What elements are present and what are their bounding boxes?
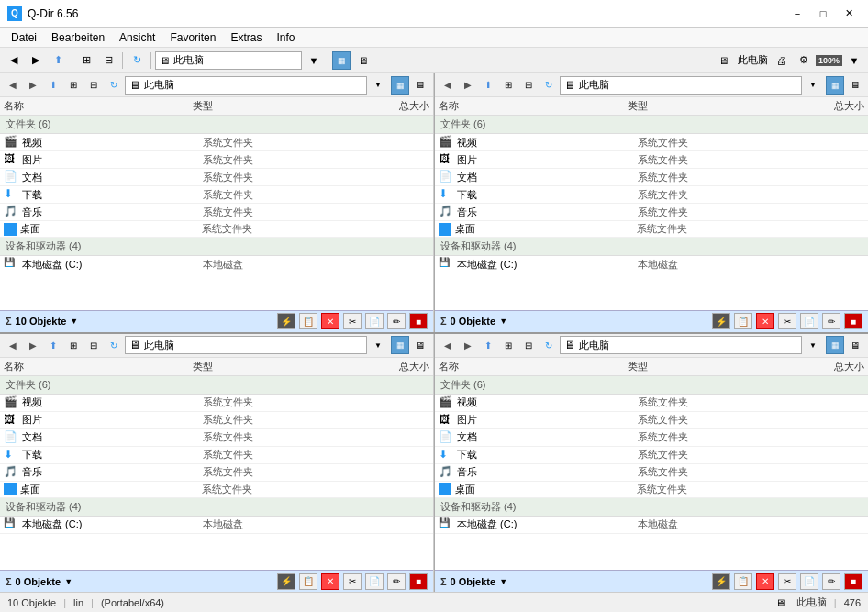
tb-computer[interactable]: 🖥: [714, 50, 734, 71]
pane-tr-copy[interactable]: 📋: [734, 313, 752, 329]
pane-br-path[interactable]: 🖥此电脑: [560, 336, 802, 354]
pane-tr-fwd[interactable]: ▶: [459, 76, 477, 95]
pane-br-refresh[interactable]: ↻: [540, 336, 558, 354]
list-item[interactable]: ⬇下载系统文件夹: [0, 186, 433, 204]
tb-more[interactable]: ▼: [844, 50, 864, 71]
pane-tl-view[interactable]: ▦: [391, 76, 409, 95]
pane-br-view[interactable]: ▦: [826, 336, 844, 354]
pane-tl-delete[interactable]: ✕: [321, 313, 339, 329]
tb-dropdown[interactable]: ▼: [304, 50, 324, 71]
close-button[interactable]: ✕: [837, 4, 861, 24]
pane-tl-back[interactable]: ◀: [4, 76, 22, 95]
tb-up[interactable]: ⬆: [48, 50, 68, 71]
pane-bl-file-list[interactable]: 名称 类型 总大小 文件夹 (6) 🎬视频系统文件夹 🖼图片系统文件夹 📄文档系…: [0, 358, 433, 571]
pane-bl-view[interactable]: ▦: [391, 336, 409, 354]
view-mode-btn[interactable]: ▦: [332, 51, 351, 70]
tb-layout2[interactable]: ⊟: [98, 50, 118, 71]
pane-bl-copy[interactable]: 📋: [299, 573, 317, 590]
pane-tr-path-drop[interactable]: ▼: [804, 76, 822, 95]
pane-br-status-drop[interactable]: ▼: [499, 577, 507, 586]
list-item[interactable]: ⬇下载系统文件夹: [435, 186, 868, 204]
pane-tr-status-drop[interactable]: ▼: [499, 317, 507, 326]
pane-bl-path[interactable]: 🖥此电脑: [125, 336, 367, 354]
pane-bl-layout2[interactable]: ⊟: [84, 336, 103, 354]
pane-br-back[interactable]: ◀: [439, 336, 457, 354]
list-item[interactable]: 桌面系统文件夹: [0, 221, 433, 238]
list-item[interactable]: 🖼图片系统文件夹: [0, 151, 433, 169]
menu-bearbeiten[interactable]: Bearbeiten: [44, 29, 112, 46]
pane-tr-path[interactable]: 🖥此电脑: [560, 76, 802, 95]
maximize-button[interactable]: □: [811, 4, 835, 24]
pane-tl-monitor[interactable]: 🖥: [411, 76, 429, 95]
pane-tl-cut[interactable]: ✂: [343, 313, 362, 329]
pane-br-copy[interactable]: 📋: [734, 573, 752, 590]
menu-favoriten[interactable]: Favoriten: [162, 29, 223, 46]
pane-tl-path[interactable]: 🖥此电脑: [125, 76, 367, 95]
tb-back[interactable]: ◀: [4, 50, 24, 71]
list-item[interactable]: 🎵音乐系统文件夹: [0, 204, 433, 221]
pane-tr-delete[interactable]: ✕: [756, 313, 774, 329]
list-item[interactable]: 📄文档系统文件夹: [0, 429, 433, 447]
list-item[interactable]: 🖼图片系统文件夹: [0, 412, 433, 429]
pane-tl-redact[interactable]: ■: [409, 313, 428, 329]
menu-datei[interactable]: Datei: [4, 29, 44, 46]
pane-tr-view[interactable]: ▦: [826, 76, 844, 95]
pane-br-up[interactable]: ⬆: [479, 336, 497, 354]
pane-bl-status-drop[interactable]: ▼: [64, 577, 72, 586]
list-item[interactable]: 💾本地磁盘 (C:)本地磁盘: [435, 256, 868, 273]
pane-tr-cut[interactable]: ✂: [778, 313, 796, 329]
pane-tl-rename[interactable]: ✏: [387, 313, 406, 329]
pane-bl-cut[interactable]: ✂: [343, 573, 362, 590]
list-item[interactable]: 桌面系统文件夹: [435, 482, 868, 498]
list-item[interactable]: 🎬视频系统文件夹: [0, 395, 433, 412]
list-item[interactable]: 🖼图片系统文件夹: [435, 412, 868, 429]
minimize-button[interactable]: −: [785, 4, 809, 24]
pane-bl-back[interactable]: ◀: [4, 336, 22, 354]
pane-tr-up[interactable]: ⬆: [479, 76, 497, 95]
pane-br-delete[interactable]: ✕: [756, 573, 774, 590]
pane-bl-monitor[interactable]: 🖥: [411, 336, 429, 354]
pane-tl-up[interactable]: ⬆: [44, 76, 62, 95]
menu-ansicht[interactable]: Ansicht: [112, 29, 162, 46]
pane-tl-copy[interactable]: 📋: [299, 313, 317, 329]
pane-tr-file-list[interactable]: 名称 类型 总大小 文件夹 (6) 🎬视频系统文件夹 🖼图片系统文件夹 📄文档系…: [435, 97, 868, 310]
list-item[interactable]: 🎵音乐系统文件夹: [435, 464, 868, 482]
list-item[interactable]: 🎬视频系统文件夹: [435, 134, 868, 151]
tb-refresh[interactable]: ↻: [127, 50, 147, 71]
tb-layout[interactable]: ⊞: [76, 50, 96, 71]
pane-br-path-drop[interactable]: ▼: [804, 336, 822, 354]
global-path-bar[interactable]: 🖥此电脑: [155, 51, 302, 70]
list-item[interactable]: 💾本地磁盘 (C:)本地磁盘: [0, 517, 433, 534]
pane-br-monitor[interactable]: 🖥: [846, 336, 864, 354]
list-item[interactable]: 💾本地磁盘 (C:)本地磁盘: [435, 517, 868, 534]
pane-tl-paste[interactable]: 📄: [365, 313, 384, 329]
list-item[interactable]: 桌面系统文件夹: [435, 221, 868, 238]
list-item[interactable]: 💾本地磁盘 (C:)本地磁盘: [0, 256, 433, 273]
pane-tr-rename[interactable]: ✏: [822, 313, 840, 329]
pane-tr-refresh[interactable]: ↻: [540, 76, 558, 95]
list-item[interactable]: ⬇下载系统文件夹: [0, 447, 433, 464]
pane-bl-up[interactable]: ⬆: [44, 336, 62, 354]
pane-bl-redact[interactable]: ■: [409, 573, 428, 590]
list-item[interactable]: 🎵音乐系统文件夹: [435, 204, 868, 221]
list-item[interactable]: 📄文档系统文件夹: [0, 169, 433, 186]
pane-bl-layout[interactable]: ⊞: [64, 336, 83, 354]
pane-bl-fwd[interactable]: ▶: [24, 336, 42, 354]
pane-tl-layout[interactable]: ⊞: [64, 76, 83, 95]
list-item[interactable]: ⬇下载系统文件夹: [435, 447, 868, 464]
pane-tr-layout[interactable]: ⊞: [499, 76, 517, 95]
pane-tr-redact[interactable]: ■: [844, 313, 862, 329]
pane-tl-refresh[interactable]: ↻: [105, 76, 123, 95]
menu-extras[interactable]: Extras: [223, 29, 269, 46]
list-item[interactable]: 🖼图片系统文件夹: [435, 151, 868, 169]
pane-br-file-list[interactable]: 名称 类型 总大小 文件夹 (6) 🎬视频系统文件夹 🖼图片系统文件夹 📄文档系…: [435, 358, 868, 571]
pane-tl-path-drop[interactable]: ▼: [369, 76, 387, 95]
pane-br-fwd[interactable]: ▶: [459, 336, 477, 354]
pane-tl-fwd[interactable]: ▶: [24, 76, 42, 95]
pane-bl-bolt[interactable]: ⚡: [277, 573, 295, 590]
list-item[interactable]: 🎬视频系统文件夹: [0, 134, 433, 151]
tb-settings[interactable]: ⚙: [794, 50, 814, 71]
pane-br-cut[interactable]: ✂: [778, 573, 796, 590]
pane-tr-paste[interactable]: 📄: [800, 313, 818, 329]
pane-br-layout2[interactable]: ⊟: [519, 336, 538, 354]
